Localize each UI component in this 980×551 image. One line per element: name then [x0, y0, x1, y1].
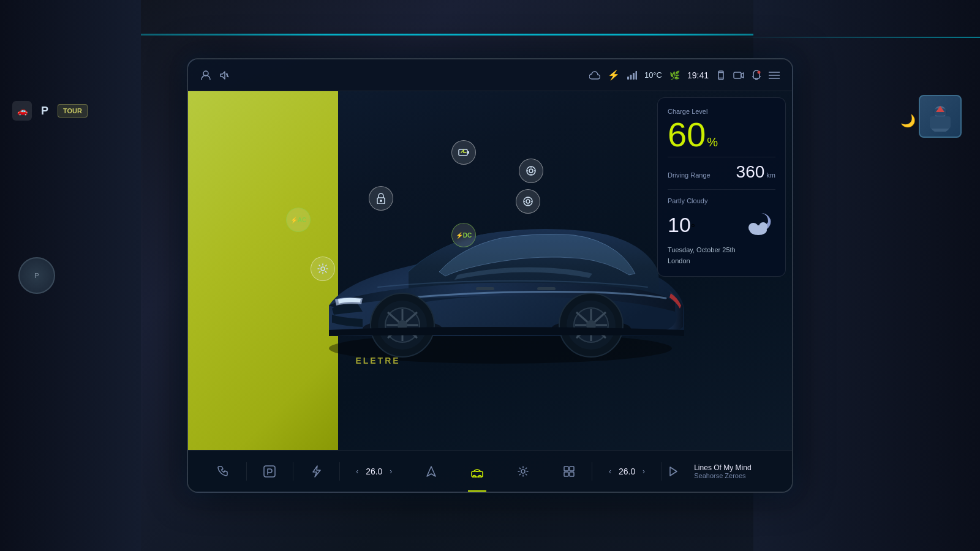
lock-hotspot[interactable] [369, 186, 393, 211]
svg-point-49 [527, 167, 535, 175]
trip-knob[interactable]: P [18, 257, 55, 294]
ac-hotspot[interactable]: ⚡AC [286, 208, 311, 232]
profile-icon[interactable] [200, 70, 211, 81]
car-svg: ELETRE [268, 110, 709, 367]
svg-rect-11 [635, 71, 637, 80]
weather-date: Tuesday, October 25th London [668, 245, 775, 266]
svg-rect-74 [570, 472, 574, 476]
trip-label: P [34, 272, 39, 279]
info-panel: Charge Level 60 % Driving Range 360 km P… [657, 97, 786, 277]
status-bar: ⚡ 10°C 🌿 19:41 [188, 59, 792, 91]
charge-value: 60 [668, 118, 706, 152]
play-button[interactable] [662, 451, 685, 492]
svg-point-50 [529, 169, 533, 173]
svg-rect-43 [467, 151, 469, 154]
charge-button[interactable] [293, 451, 339, 492]
drive-mode: P [41, 105, 48, 118]
avatar-image[interactable] [919, 95, 962, 138]
music-info: Lines Of My Mind Seahorse Zeroes [685, 451, 780, 492]
svg-rect-73 [564, 472, 568, 476]
left-panel: P [0, 0, 141, 551]
weather-temp: 10 [668, 213, 691, 237]
svg-point-63 [748, 223, 758, 233]
svg-rect-9 [630, 75, 631, 80]
usb-icon: ⚡ [608, 69, 620, 81]
weather-degree: ° [691, 222, 695, 235]
camera-icon[interactable] [733, 71, 744, 80]
menu-icon[interactable] [769, 71, 780, 80]
front-sensor-hotspot[interactable] [519, 159, 543, 183]
battery-hotspot[interactable] [451, 140, 476, 165]
dc-hotspot[interactable]: ⚡DC [451, 223, 476, 247]
right-temp-control[interactable]: ‹ 26.0 › [592, 451, 661, 492]
music-artist: Seahorse Zeroes [694, 472, 745, 479]
wheel-settings-hotspot[interactable] [311, 257, 335, 281]
car-interior: P 🚗 P TOUR 🌙 [0, 0, 980, 551]
svg-text:ELETRE: ELETRE [355, 356, 400, 365]
user-avatar-area: 🌙 [919, 95, 968, 144]
left-temp-value: 26.0 [363, 467, 385, 476]
temp-left-decrease[interactable]: ‹ [356, 467, 358, 476]
temperature-display: 10°C [644, 70, 662, 80]
weather-condition: Partly Cloudy [668, 197, 775, 204]
svg-point-16 [758, 70, 761, 73]
navigation-button[interactable] [409, 451, 454, 492]
moon-icon: 🌙 [900, 113, 916, 128]
svg-rect-8 [627, 77, 629, 80]
range-row: Driving Range 360 km [668, 157, 775, 182]
svg-rect-2 [930, 116, 951, 129]
mute-icon[interactable] [219, 70, 230, 81]
clock-display: 19:41 [687, 70, 709, 80]
car-visualization: ELETRE [188, 91, 792, 450]
multiview-button[interactable] [546, 451, 592, 492]
eco-icon: 🌿 [669, 70, 680, 80]
left-temp-control[interactable]: ‹ 26.0 › [340, 451, 409, 492]
car-icon: 🚗 [12, 101, 32, 121]
svg-rect-39 [476, 287, 494, 290]
parking-button[interactable] [247, 451, 293, 492]
cloud-icon [589, 71, 600, 80]
charge-level-label: Charge Level [668, 108, 775, 115]
music-title: Lines Of My Mind [694, 463, 751, 472]
svg-rect-15 [734, 72, 741, 78]
range-label: Driving Range [668, 171, 710, 179]
svg-rect-10 [633, 73, 635, 80]
phone-icon[interactable] [716, 70, 726, 80]
svg-point-55 [524, 197, 532, 206]
charge-unit: % [707, 136, 718, 148]
rear-sensor-hotspot[interactable] [516, 189, 540, 214]
temp-left-increase[interactable]: › [390, 467, 392, 476]
left-controls: P [18, 257, 55, 294]
svg-point-61 [321, 267, 325, 271]
weather-icon [745, 208, 775, 241]
tour-mode[interactable]: TOUR [58, 104, 88, 118]
svg-point-70 [521, 470, 525, 473]
svg-point-64 [759, 222, 767, 231]
temp-right-increase[interactable]: › [643, 467, 645, 476]
mode-indicators: 🚗 P TOUR [12, 101, 88, 121]
phone-button[interactable] [200, 451, 246, 492]
range-unit: km [766, 171, 775, 179]
svg-rect-40 [537, 287, 556, 290]
settings-button[interactable] [500, 451, 546, 492]
right-temp-value: 26.0 [616, 467, 638, 476]
weather-row: 10 ° [668, 208, 775, 241]
bottom-toolbar: ‹ 26.0 › [188, 450, 792, 492]
svg-point-48 [380, 200, 382, 202]
svg-rect-72 [570, 467, 574, 471]
svg-rect-71 [564, 467, 568, 471]
main-screen: ⚡ 10°C 🌿 19:41 [187, 58, 793, 493]
temp-right-decrease[interactable]: ‹ [609, 467, 611, 476]
notification-icon[interactable] [752, 70, 761, 81]
range-value: 360 [736, 162, 765, 182]
svg-point-56 [526, 200, 530, 203]
home-car-button[interactable] [454, 451, 500, 492]
signal-icon [627, 71, 637, 80]
svg-rect-65 [264, 466, 275, 477]
